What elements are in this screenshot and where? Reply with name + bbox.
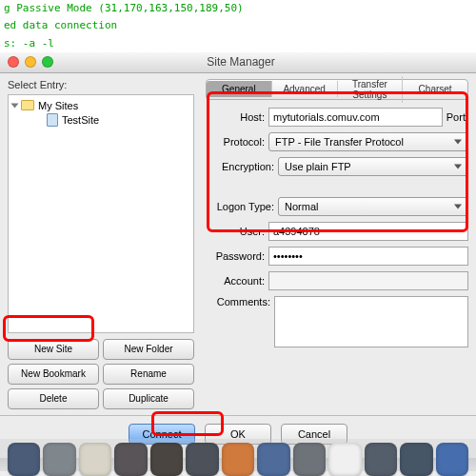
tree-child-label: TestSite	[62, 114, 99, 126]
dock-app-icon[interactable]	[400, 443, 432, 476]
dock-app-icon[interactable]	[43, 443, 75, 476]
dock-app-icon[interactable]	[114, 443, 147, 476]
dock-app-icon[interactable]	[257, 443, 289, 476]
terminal-line: g Passive Mode (31,170,163,150,189,50)	[0, 0, 476, 17]
left-pane: Select Entry: My Sites TestSite New Site…	[0, 73, 202, 415]
folder-icon	[21, 100, 34, 110]
password-input[interactable]	[268, 247, 468, 266]
dock-app-icon[interactable]	[222, 443, 254, 476]
new-bookmark-button[interactable]: New Bookmark	[8, 364, 99, 385]
tab-general[interactable]: General	[207, 81, 272, 97]
password-label: Password:	[206, 250, 265, 262]
tab-advanced[interactable]: Advanced	[272, 81, 338, 97]
user-label: User:	[206, 226, 265, 237]
tab-bar: General Advanced Transfer Settings Chars…	[206, 79, 468, 100]
logon-type-select[interactable]: Normal	[278, 197, 468, 216]
dock-app-icon[interactable]	[365, 443, 397, 476]
select-entry-label: Select Entry:	[8, 79, 194, 90]
dock-app-icon[interactable]	[328, 443, 361, 476]
window-titlebar: Site Manager	[0, 52, 476, 73]
protocol-label: Protocol:	[206, 136, 265, 148]
window-title: Site Manager	[6, 55, 476, 69]
dock-app-icon[interactable]	[186, 443, 218, 476]
port-label: Port:	[446, 111, 468, 123]
encryption-select[interactable]: Use plain FTP	[278, 157, 468, 176]
dock-app-icon[interactable]	[8, 443, 40, 476]
dialog-body: Select Entry: My Sites TestSite New Site…	[0, 73, 476, 416]
dock-app-icon[interactable]	[150, 443, 183, 476]
terminal-line: ed data connection	[0, 17, 476, 34]
duplicate-button[interactable]: Duplicate	[103, 388, 194, 409]
host-label: Host:	[206, 111, 265, 123]
user-input[interactable]	[268, 222, 468, 241]
dock	[0, 439, 476, 476]
tree-child-row[interactable]: TestSite	[12, 112, 189, 128]
disclosure-triangle-icon[interactable]	[11, 103, 19, 108]
left-button-grid: New Site New Folder New Bookmark Rename …	[8, 339, 194, 409]
comments-label: Comments:	[206, 296, 270, 307]
rename-button[interactable]: Rename	[103, 364, 194, 385]
site-tree[interactable]: My Sites TestSite	[8, 94, 194, 333]
right-pane: General Advanced Transfer Settings Chars…	[202, 73, 476, 415]
dock-app-icon[interactable]	[436, 443, 468, 476]
tab-transfer[interactable]: Transfer Settings	[338, 76, 404, 103]
host-input[interactable]	[268, 108, 443, 127]
encryption-label: Encryption:	[206, 161, 274, 172]
form-area: Host: Port: Protocol: FTP - File Transfe…	[206, 108, 468, 347]
account-label: Account:	[206, 275, 265, 287]
logon-type-label: Logon Type:	[206, 201, 274, 212]
protocol-select[interactable]: FTP - File Transfer Protocol	[268, 132, 468, 151]
account-input	[268, 271, 468, 290]
dock-app-icon[interactable]	[79, 443, 111, 476]
tree-root-label: My Sites	[38, 100, 78, 111]
terminal-line: s: -a -l	[0, 35, 476, 52]
delete-button[interactable]: Delete	[8, 388, 99, 409]
dock-app-icon[interactable]	[293, 443, 326, 476]
comments-textarea[interactable]	[274, 296, 468, 347]
new-site-button[interactable]: New Site	[8, 339, 99, 360]
server-icon	[47, 113, 58, 127]
tab-charset[interactable]: Charset	[403, 81, 467, 97]
new-folder-button[interactable]: New Folder	[103, 339, 194, 360]
tree-root-row[interactable]: My Sites	[12, 99, 189, 112]
